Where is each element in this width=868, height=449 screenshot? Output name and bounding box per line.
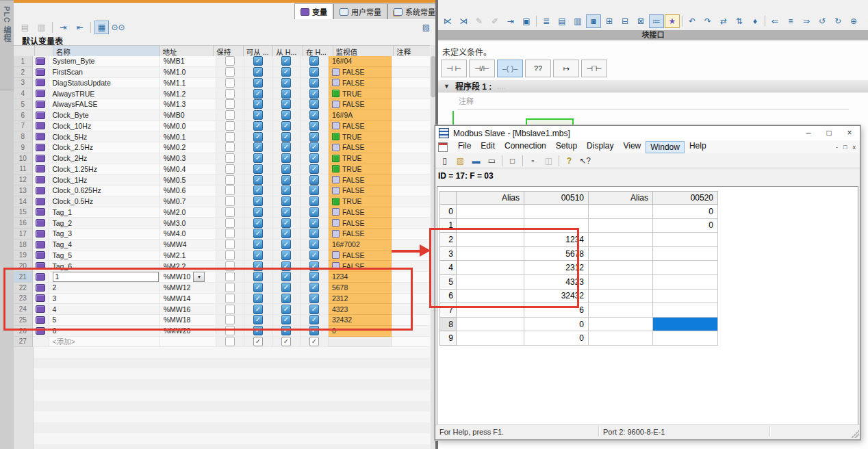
- window-setup-icon[interactable]: □: [505, 154, 520, 168]
- writable-hmi-cell[interactable]: ✓: [272, 229, 301, 240]
- menu-item-display[interactable]: Display: [582, 141, 618, 153]
- accessible-checkbox[interactable]: ✓: [253, 240, 263, 249]
- retain-cell[interactable]: ✓: [216, 240, 244, 251]
- writable-hmi-checkbox[interactable]: ✓: [281, 78, 291, 88]
- collapse-networks-icon[interactable]: ▤: [554, 14, 570, 28]
- tag-address-cell[interactable]: %M0.2: [160, 142, 216, 153]
- writable-hmi-checkbox[interactable]: ✓: [281, 164, 291, 174]
- snapshot-icon[interactable]: ▫: [862, 14, 868, 28]
- writable-hmi-checkbox[interactable]: ✓: [281, 56, 291, 66]
- retain-checkbox[interactable]: ✓: [225, 251, 235, 260]
- table-row[interactable]: 7Clock_10Hz%M0.0✓✓✓✓FALSE: [14, 121, 430, 132]
- retain-cell[interactable]: ✓: [216, 175, 244, 185]
- retain-cell[interactable]: ✓: [216, 229, 244, 240]
- coil-button[interactable]: –( )–: [497, 60, 523, 77]
- visible-hmi-checkbox[interactable]: ✓: [309, 175, 319, 185]
- accessible-cell[interactable]: ✓: [244, 207, 272, 218]
- tag-address-cell[interactable]: %M1.0: [160, 67, 216, 78]
- row-number[interactable]: 6: [14, 110, 33, 121]
- comment-cell[interactable]: [392, 121, 430, 132]
- writable-hmi-checkbox[interactable]: ✓: [281, 153, 291, 163]
- retain-checkbox[interactable]: ✓: [225, 240, 235, 249]
- visible-hmi-checkbox[interactable]: ✓: [309, 121, 319, 131]
- row-number[interactable]: 1: [14, 56, 33, 67]
- tag-name-cell[interactable]: Tag_3: [49, 229, 160, 240]
- visible-hmi-cell[interactable]: ✓: [301, 99, 329, 110]
- retain-cell[interactable]: ✓: [216, 142, 244, 153]
- comment-cell[interactable]: [392, 218, 430, 229]
- resize-grip[interactable]: [851, 430, 859, 438]
- accessible-cell[interactable]: ✓: [244, 229, 272, 240]
- table-row[interactable]: 1System_Byte%MB1✓✓✓✓16#04: [14, 56, 430, 67]
- table-row[interactable]: 18Tag_4%MW4✓✓✓✓16#7002: [14, 240, 430, 251]
- accessible-cell[interactable]: ✓: [244, 131, 272, 142]
- redo-icon[interactable]: ↻: [830, 14, 845, 28]
- visible-hmi-checkbox[interactable]: ✓: [309, 337, 319, 346]
- retain-cell[interactable]: ✓: [216, 196, 244, 207]
- retain-checkbox[interactable]: ✓: [225, 121, 235, 131]
- grid-alias-cell[interactable]: [589, 261, 653, 275]
- menu-item-connection[interactable]: Connection: [500, 141, 551, 153]
- insert-row-icon[interactable]: ▤: [18, 21, 32, 34]
- monitor-all-icon[interactable]: ⊙⊙: [111, 21, 125, 34]
- grid-row-number[interactable]: 0: [440, 205, 457, 219]
- import-table-icon[interactable]: ⇤: [73, 21, 87, 34]
- visible-hmi-checkbox[interactable]: ✓: [309, 142, 319, 152]
- close-networks-icon[interactable]: ▥: [570, 14, 585, 28]
- writable-hmi-cell[interactable]: ✓: [272, 164, 301, 175]
- accessible-cell[interactable]: ✓: [244, 99, 272, 110]
- accessible-cell[interactable]: ✓: [244, 196, 272, 207]
- visible-hmi-checkbox[interactable]: ✓: [309, 56, 319, 66]
- accessible-checkbox[interactable]: ✓: [253, 132, 263, 142]
- visible-hmi-checkbox[interactable]: ✓: [309, 218, 319, 228]
- menu-item-edit[interactable]: Edit: [476, 141, 500, 153]
- grid-alias-cell[interactable]: [589, 205, 653, 219]
- writable-hmi-checkbox[interactable]: ✓: [281, 207, 291, 217]
- help-icon[interactable]: ?: [562, 154, 576, 168]
- accessible-cell[interactable]: ✓: [244, 56, 272, 67]
- menu-item-view[interactable]: View: [618, 141, 646, 153]
- tag-name-cell[interactable]: Clock_2.5Hz: [49, 142, 160, 153]
- goto-prev-icon[interactable]: ⇐: [767, 14, 782, 28]
- writable-hmi-checkbox[interactable]: ✓: [281, 67, 291, 77]
- visible-hmi-cell[interactable]: ✓: [301, 185, 329, 196]
- visible-hmi-cell[interactable]: ✓: [301, 67, 329, 78]
- network-comment-placeholder[interactable]: 注释: [459, 95, 474, 106]
- snapshot-values-icon[interactable]: ▦: [94, 21, 109, 34]
- grid-value-cell-00520[interactable]: [653, 331, 718, 346]
- visible-hmi-cell[interactable]: ✓: [301, 240, 329, 251]
- new-file-icon[interactable]: ▯: [437, 154, 452, 168]
- accessible-checkbox[interactable]: ✓: [253, 99, 263, 109]
- writable-hmi-cell[interactable]: ✓: [272, 185, 301, 196]
- table-settings-icon[interactable]: ▨: [419, 21, 433, 34]
- tag-address-cell[interactable]: %M1.2: [160, 88, 216, 99]
- save-file-icon[interactable]: ▬: [469, 154, 483, 168]
- retain-cell[interactable]: ✓: [216, 337, 244, 348]
- writable-hmi-checkbox[interactable]: ✓: [281, 240, 291, 249]
- accessible-checkbox[interactable]: ✓: [253, 218, 263, 228]
- writable-hmi-cell[interactable]: ✓: [272, 67, 301, 78]
- writable-hmi-checkbox[interactable]: ✓: [281, 251, 291, 260]
- accessible-checkbox[interactable]: ✓: [253, 56, 263, 66]
- comment-cell[interactable]: [392, 185, 430, 196]
- tag-address-cell[interactable]: [160, 337, 216, 348]
- visible-hmi-cell[interactable]: ✓: [301, 131, 329, 142]
- comment-cell[interactable]: [392, 78, 430, 89]
- search-icon[interactable]: ⊕: [846, 14, 861, 28]
- writable-hmi-checkbox[interactable]: ✓: [281, 196, 291, 206]
- visible-hmi-checkbox[interactable]: ✓: [309, 185, 319, 195]
- visible-hmi-checkbox[interactable]: ✓: [309, 229, 319, 238]
- tag-name-cell[interactable]: Clock_10Hz: [49, 121, 160, 132]
- table-row[interactable]: 10Clock_2Hz%M0.3✓✓✓✓TRUE: [14, 153, 430, 164]
- accessible-cell[interactable]: ✓: [244, 218, 272, 229]
- retain-cell[interactable]: ✓: [216, 185, 244, 196]
- visible-hmi-cell[interactable]: ✓: [301, 229, 329, 240]
- grid-value-cell-00520[interactable]: 0: [653, 205, 718, 219]
- accessible-cell[interactable]: ✓: [244, 251, 272, 261]
- comment-cell[interactable]: [392, 196, 430, 207]
- tab-系统常量[interactable]: 系统常量: [387, 3, 442, 19]
- tag-name-cell[interactable]: Tag_1: [49, 207, 160, 218]
- writable-hmi-checkbox[interactable]: ✓: [281, 121, 291, 131]
- column-header-writable-hmi[interactable]: 从 H...: [273, 46, 303, 57]
- undo-icon[interactable]: ↺: [815, 14, 830, 28]
